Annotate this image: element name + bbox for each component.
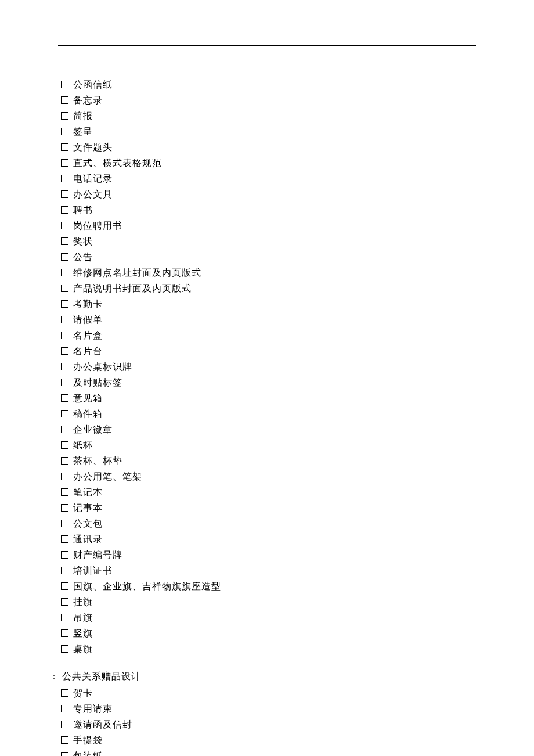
list-item-label: 考勤卡 (73, 296, 103, 312)
list-item-label: 电话记录 (73, 171, 113, 186)
checkbox-icon (61, 394, 68, 402)
checkbox-icon (61, 736, 68, 744)
list-item-label: 公告 (73, 249, 93, 265)
list-item: 公函信纸 (49, 77, 476, 92)
checkbox-icon (61, 410, 68, 417)
checkbox-icon (61, 143, 68, 151)
list-item-label: 竖旗 (73, 625, 93, 641)
list-item: 电话记录 (49, 171, 476, 186)
list-item-label: 岗位聘用书 (73, 218, 122, 233)
list-item-label: 办公文具 (73, 186, 113, 202)
checkbox-icon (61, 96, 68, 104)
checkbox-icon (61, 598, 68, 606)
list-item-label: 意见箱 (73, 390, 103, 406)
list-item: 专用请柬 (49, 701, 476, 717)
list-item-label: 通讯录 (73, 531, 103, 547)
list-item-label: 维修网点名址封面及内页版式 (73, 265, 201, 280)
checkbox-icon (61, 222, 68, 229)
list-item: 办公文具 (49, 186, 476, 202)
list-item-label: 手提袋 (73, 732, 103, 748)
list-item: 办公桌标识牌 (49, 359, 476, 375)
checkbox-icon (61, 426, 68, 433)
list-item: 手提袋 (49, 732, 476, 748)
checkbox-icon (61, 689, 68, 697)
list-item: 贺卡 (49, 685, 476, 701)
list-item-label: 挂旗 (73, 594, 93, 610)
section2-colon: ： (49, 668, 59, 684)
list-item: 公告 (49, 249, 476, 265)
list-item-label: 名片盒 (73, 327, 103, 343)
list-item: 名片台 (49, 343, 476, 359)
checkbox-icon (61, 721, 68, 728)
list-item: 办公用笔、笔架 (49, 469, 476, 484)
checkbox-icon (61, 81, 68, 88)
list-item: 包装纸 (49, 748, 476, 756)
document-content: 公函信纸备忘录简报签呈文件题头直式、横式表格规范电话记录办公文具聘书岗位聘用书奖… (49, 77, 476, 756)
checkbox-icon (61, 159, 68, 167)
checkbox-icon (61, 705, 68, 712)
list-item: 笔记本 (49, 484, 476, 500)
list-item-label: 培训证书 (73, 563, 113, 578)
list-item: 邀请函及信封 (49, 717, 476, 732)
list-item-label: 办公用笔、笔架 (73, 469, 142, 484)
checkbox-icon (61, 551, 68, 559)
list-item: 备忘录 (49, 92, 476, 108)
checkbox-icon (61, 269, 68, 276)
list-item-label: 文件题头 (73, 139, 113, 155)
list-item-label: 包装纸 (73, 748, 103, 756)
list-item: 桌旗 (49, 641, 476, 657)
list-item-label: 备忘录 (73, 92, 103, 108)
list-item-label: 办公桌标识牌 (73, 359, 132, 375)
list-item: 名片盒 (49, 327, 476, 343)
checkbox-icon (61, 206, 68, 214)
list-item: 考勤卡 (49, 296, 476, 312)
list-item: 简报 (49, 108, 476, 124)
checkbox-icon (61, 752, 68, 756)
checkbox-icon (61, 457, 68, 465)
checkbox-icon (61, 488, 68, 496)
checkbox-icon (61, 300, 68, 308)
list-item: 岗位聘用书 (49, 218, 476, 233)
list-item-label: 及时贴标签 (73, 375, 122, 390)
list-item-label: 桌旗 (73, 641, 93, 657)
list-item: 文件题头 (49, 139, 476, 155)
list-item: 签呈 (49, 124, 476, 139)
checkbox-icon (61, 316, 68, 323)
checkbox-icon (61, 128, 68, 135)
list-item-label: 笔记本 (73, 484, 103, 500)
list-item: 维修网点名址封面及内页版式 (49, 265, 476, 280)
list-item-label: 名片台 (73, 343, 103, 359)
list-item-label: 产品说明书封面及内页版式 (73, 280, 192, 296)
list-item: 稿件箱 (49, 406, 476, 422)
list-item-label: 记事本 (73, 500, 103, 516)
section1-list: 公函信纸备忘录简报签呈文件题头直式、横式表格规范电话记录办公文具聘书岗位聘用书奖… (49, 77, 476, 657)
list-item-label: 直式、横式表格规范 (73, 155, 162, 171)
list-item-label: 国旗、企业旗、吉祥物旗旗座造型 (73, 578, 221, 594)
list-item: 茶杯、杯垫 (49, 453, 476, 469)
list-item-label: 聘书 (73, 202, 93, 218)
checkbox-icon (61, 112, 68, 120)
checkbox-icon (61, 645, 68, 653)
header-divider (58, 45, 476, 46)
checkbox-icon (61, 253, 68, 261)
section2-title: 公共关系赠品设计 (62, 668, 141, 684)
list-item: 纸杯 (49, 437, 476, 453)
list-item-label: 企业徽章 (73, 422, 113, 437)
checkbox-icon (61, 520, 68, 527)
list-item: 记事本 (49, 500, 476, 516)
section2-list: 贺卡专用请柬邀请函及信封手提袋包装纸 (49, 685, 476, 756)
list-item: 国旗、企业旗、吉祥物旗旗座造型 (49, 578, 476, 594)
list-item-label: 公函信纸 (73, 77, 113, 92)
checkbox-icon (61, 614, 68, 621)
list-item-label: 贺卡 (73, 685, 93, 701)
checkbox-icon (61, 363, 68, 370)
list-item: 聘书 (49, 202, 476, 218)
list-item: 及时贴标签 (49, 375, 476, 390)
checkbox-icon (61, 535, 68, 543)
section2-header: ： 公共关系赠品设计 (49, 668, 476, 684)
checkbox-icon (61, 567, 68, 574)
list-item-label: 公文包 (73, 516, 103, 531)
list-item-label: 邀请函及信封 (73, 717, 132, 732)
list-item: 挂旗 (49, 594, 476, 610)
checkbox-icon (61, 332, 68, 339)
